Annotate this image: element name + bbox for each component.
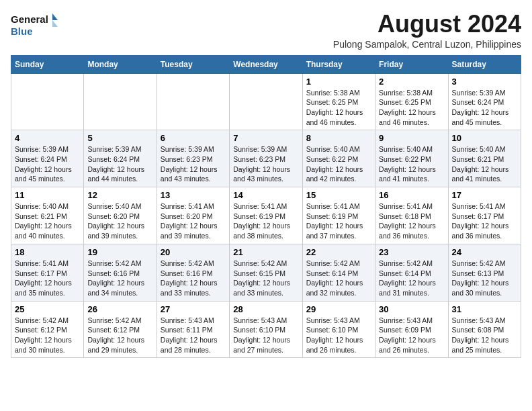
day-info: Sunrise: 5:41 AM Sunset: 6:18 PM Dayligh… — [379, 201, 444, 241]
day-cell: 16Sunrise: 5:41 AM Sunset: 6:18 PM Dayli… — [375, 187, 448, 244]
day-info: Sunrise: 5:42 AM Sunset: 6:15 PM Dayligh… — [233, 259, 298, 298]
day-number: 29 — [306, 304, 371, 314]
day-cell: 25Sunrise: 5:42 AM Sunset: 6:12 PM Dayli… — [11, 301, 84, 358]
day-info: Sunrise: 5:41 AM Sunset: 6:17 PM Dayligh… — [452, 201, 517, 241]
day-info: Sunrise: 5:40 AM Sunset: 6:21 PM Dayligh… — [452, 144, 517, 184]
day-cell: 23Sunrise: 5:42 AM Sunset: 6:14 PM Dayli… — [375, 244, 448, 301]
day-number: 17 — [452, 190, 517, 200]
day-cell: 15Sunrise: 5:41 AM Sunset: 6:19 PM Dayli… — [302, 187, 375, 244]
week-row-4: 18Sunrise: 5:41 AM Sunset: 6:17 PM Dayli… — [11, 244, 521, 301]
svg-marker-3 — [52, 20, 58, 27]
day-cell: 9Sunrise: 5:40 AM Sunset: 6:22 PM Daylig… — [375, 130, 448, 187]
day-info: Sunrise: 5:39 AM Sunset: 6:24 PM Dayligh… — [15, 144, 80, 184]
day-number: 22 — [306, 247, 371, 257]
day-number: 11 — [15, 190, 80, 200]
day-cell: 4Sunrise: 5:39 AM Sunset: 6:24 PM Daylig… — [11, 130, 84, 187]
svg-marker-2 — [52, 13, 58, 20]
day-info: Sunrise: 5:40 AM Sunset: 6:22 PM Dayligh… — [306, 144, 371, 184]
day-number: 6 — [161, 133, 226, 143]
day-cell: 17Sunrise: 5:41 AM Sunset: 6:17 PM Dayli… — [448, 187, 521, 244]
title-block: August 2024 Pulong Sampalok, Central Luz… — [333, 11, 521, 50]
day-info: Sunrise: 5:40 AM Sunset: 6:21 PM Dayligh… — [15, 201, 80, 241]
svg-text:Blue: Blue — [11, 26, 33, 37]
col-header-sunday: Sunday — [11, 55, 84, 73]
week-row-1: 1Sunrise: 5:38 AM Sunset: 6:25 PM Daylig… — [11, 73, 521, 130]
day-number: 8 — [306, 133, 371, 143]
day-info: Sunrise: 5:41 AM Sunset: 6:20 PM Dayligh… — [161, 201, 226, 241]
day-cell: 2Sunrise: 5:38 AM Sunset: 6:25 PM Daylig… — [375, 73, 448, 130]
col-header-wednesday: Wednesday — [230, 55, 302, 73]
day-info: Sunrise: 5:41 AM Sunset: 6:17 PM Dayligh… — [15, 259, 80, 298]
calendar-table: SundayMondayTuesdayWednesdayThursdayFrid… — [11, 55, 521, 359]
day-info: Sunrise: 5:42 AM Sunset: 6:12 PM Dayligh… — [15, 316, 80, 355]
day-number: 21 — [233, 247, 298, 257]
day-info: Sunrise: 5:43 AM Sunset: 6:09 PM Dayligh… — [379, 316, 444, 355]
col-header-tuesday: Tuesday — [157, 55, 229, 73]
day-cell: 26Sunrise: 5:42 AM Sunset: 6:12 PM Dayli… — [84, 301, 157, 358]
day-info: Sunrise: 5:39 AM Sunset: 6:23 PM Dayligh… — [161, 144, 226, 184]
logo: General Blue — [11, 11, 58, 40]
day-cell: 22Sunrise: 5:42 AM Sunset: 6:14 PM Dayli… — [302, 244, 375, 301]
day-number: 2 — [379, 77, 444, 87]
month-title: August 2024 — [333, 11, 521, 38]
day-cell: 14Sunrise: 5:41 AM Sunset: 6:19 PM Dayli… — [230, 187, 302, 244]
day-number: 15 — [306, 190, 371, 200]
week-row-3: 11Sunrise: 5:40 AM Sunset: 6:21 PM Dayli… — [11, 187, 521, 244]
col-header-friday: Friday — [375, 55, 448, 73]
day-number: 4 — [15, 133, 80, 143]
day-cell: 12Sunrise: 5:40 AM Sunset: 6:20 PM Dayli… — [84, 187, 157, 244]
day-number: 27 — [161, 304, 226, 314]
day-number: 9 — [379, 133, 444, 143]
day-info: Sunrise: 5:42 AM Sunset: 6:13 PM Dayligh… — [452, 259, 517, 298]
day-info: Sunrise: 5:39 AM Sunset: 6:23 PM Dayligh… — [233, 144, 298, 184]
week-row-5: 25Sunrise: 5:42 AM Sunset: 6:12 PM Dayli… — [11, 301, 521, 358]
day-cell — [230, 73, 302, 130]
day-info: Sunrise: 5:42 AM Sunset: 6:16 PM Dayligh… — [87, 259, 152, 298]
day-cell — [11, 73, 84, 130]
day-cell: 5Sunrise: 5:39 AM Sunset: 6:24 PM Daylig… — [84, 130, 157, 187]
day-cell: 30Sunrise: 5:43 AM Sunset: 6:09 PM Dayli… — [375, 301, 448, 358]
day-cell: 8Sunrise: 5:40 AM Sunset: 6:22 PM Daylig… — [302, 130, 375, 187]
day-cell: 20Sunrise: 5:42 AM Sunset: 6:16 PM Dayli… — [157, 244, 229, 301]
header-row: SundayMondayTuesdayWednesdayThursdayFrid… — [11, 55, 521, 73]
day-number: 24 — [452, 247, 517, 257]
day-cell: 1Sunrise: 5:38 AM Sunset: 6:25 PM Daylig… — [302, 73, 375, 130]
col-header-saturday: Saturday — [448, 55, 521, 73]
location-subtitle: Pulong Sampalok, Central Luzon, Philippi… — [333, 39, 521, 50]
day-info: Sunrise: 5:40 AM Sunset: 6:22 PM Dayligh… — [379, 144, 444, 184]
day-cell: 28Sunrise: 5:43 AM Sunset: 6:10 PM Dayli… — [230, 301, 302, 358]
day-info: Sunrise: 5:38 AM Sunset: 6:25 PM Dayligh… — [379, 88, 444, 128]
day-info: Sunrise: 5:39 AM Sunset: 6:24 PM Dayligh… — [452, 88, 517, 128]
day-info: Sunrise: 5:43 AM Sunset: 6:08 PM Dayligh… — [452, 316, 517, 355]
day-cell: 10Sunrise: 5:40 AM Sunset: 6:21 PM Dayli… — [448, 130, 521, 187]
day-number: 19 — [87, 247, 152, 257]
day-info: Sunrise: 5:43 AM Sunset: 6:10 PM Dayligh… — [306, 316, 371, 355]
day-number: 26 — [87, 304, 152, 314]
day-info: Sunrise: 5:43 AM Sunset: 6:11 PM Dayligh… — [161, 316, 226, 355]
day-cell: 3Sunrise: 5:39 AM Sunset: 6:24 PM Daylig… — [448, 73, 521, 130]
day-info: Sunrise: 5:40 AM Sunset: 6:20 PM Dayligh… — [87, 201, 152, 241]
day-cell: 27Sunrise: 5:43 AM Sunset: 6:11 PM Dayli… — [157, 301, 229, 358]
day-cell: 31Sunrise: 5:43 AM Sunset: 6:08 PM Dayli… — [448, 301, 521, 358]
day-number: 20 — [161, 247, 226, 257]
day-number: 23 — [379, 247, 444, 257]
header: General Blue August 2024 Pulong Sampalok… — [11, 11, 521, 50]
day-number: 25 — [15, 304, 80, 314]
col-header-thursday: Thursday — [302, 55, 375, 73]
day-cell — [84, 73, 157, 130]
day-cell: 29Sunrise: 5:43 AM Sunset: 6:10 PM Dayli… — [302, 301, 375, 358]
col-header-monday: Monday — [84, 55, 157, 73]
day-number: 30 — [379, 304, 444, 314]
day-cell — [157, 73, 229, 130]
day-number: 12 — [87, 190, 152, 200]
day-cell: 18Sunrise: 5:41 AM Sunset: 6:17 PM Dayli… — [11, 244, 84, 301]
day-number: 5 — [87, 133, 152, 143]
day-info: Sunrise: 5:38 AM Sunset: 6:25 PM Dayligh… — [306, 88, 371, 128]
logo-svg: General Blue — [11, 11, 58, 40]
day-info: Sunrise: 5:41 AM Sunset: 6:19 PM Dayligh… — [306, 201, 371, 241]
day-info: Sunrise: 5:43 AM Sunset: 6:10 PM Dayligh… — [233, 316, 298, 355]
day-cell: 21Sunrise: 5:42 AM Sunset: 6:15 PM Dayli… — [230, 244, 302, 301]
day-cell: 7Sunrise: 5:39 AM Sunset: 6:23 PM Daylig… — [230, 130, 302, 187]
day-number: 31 — [452, 304, 517, 314]
day-cell: 24Sunrise: 5:42 AM Sunset: 6:13 PM Dayli… — [448, 244, 521, 301]
